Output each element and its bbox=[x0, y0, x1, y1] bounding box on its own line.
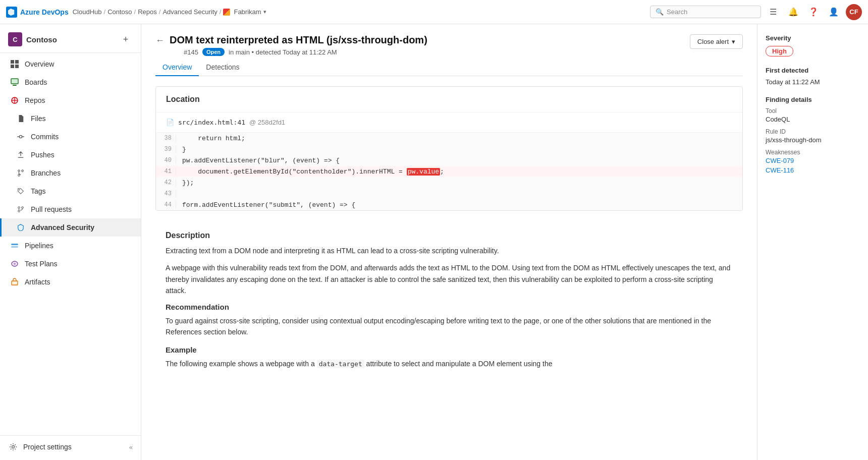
file-path-row: 📄 src/index.html:41 @ 258d2fd1 bbox=[156, 112, 742, 132]
line-code-39: } bbox=[176, 145, 192, 154]
artifacts-icon bbox=[10, 277, 20, 287]
page-subtitle: #145 Open in main • detected Today at 11… bbox=[184, 48, 427, 56]
sidebar-item-pipelines[interactable]: Pipelines bbox=[0, 237, 141, 255]
sidebar-item-pushes[interactable]: Pushes bbox=[0, 146, 141, 164]
search-placeholder: Search bbox=[667, 8, 687, 16]
breadcrumb-cloudhub[interactable]: CloudHub bbox=[73, 8, 102, 16]
description-title: Description bbox=[166, 231, 733, 240]
code-line-43: 43 bbox=[156, 188, 742, 199]
svg-rect-4 bbox=[15, 65, 19, 68]
back-button[interactable]: ← bbox=[155, 35, 165, 46]
project-settings-label: Project settings bbox=[23, 443, 72, 451]
boards-icon bbox=[10, 77, 20, 87]
finding-details-label: Finding details bbox=[766, 96, 860, 103]
sidebar-item-branches[interactable]: Branches bbox=[0, 164, 141, 182]
org-icon: C bbox=[8, 32, 22, 46]
recommendation-text: To guard against cross-site scripting, c… bbox=[166, 315, 733, 338]
location-section: Location 📄 src/index.html:41 @ 258d2fd1 … bbox=[155, 86, 743, 211]
commits-icon bbox=[16, 132, 26, 142]
desc-para-1: Extracting text from a DOM node and inte… bbox=[166, 245, 733, 256]
svg-point-14 bbox=[18, 170, 20, 172]
sidebar-item-pull-requests[interactable]: Pull requests bbox=[0, 200, 141, 218]
pushes-icon bbox=[16, 150, 26, 160]
line-code-42: }); bbox=[176, 179, 200, 187]
body-layout: C Contoso + Overview Boards Repos bbox=[0, 24, 868, 460]
sidebar-item-advanced-security[interactable]: Advanced Security bbox=[0, 218, 141, 237]
location-title: Location bbox=[156, 87, 742, 112]
sidebar-item-label: Boards bbox=[25, 78, 47, 86]
notification-icon-btn[interactable]: 🔔 bbox=[785, 4, 801, 20]
breadcrumb-sep-4: / bbox=[220, 8, 222, 16]
pipelines-icon bbox=[10, 241, 20, 251]
pull-requests-icon bbox=[16, 204, 26, 214]
azure-devops-logo[interactable]: Azure DevOps bbox=[6, 7, 69, 18]
sidebar-item-tags[interactable]: Tags bbox=[0, 182, 141, 200]
add-button[interactable]: + bbox=[119, 32, 133, 46]
search-icon: 🔍 bbox=[656, 8, 664, 16]
tab-detections[interactable]: Detections bbox=[199, 59, 246, 76]
sidebar-bottom: Project settings « bbox=[0, 435, 141, 456]
sidebar-item-test-plans[interactable]: Test Plans bbox=[0, 255, 141, 273]
sidebar-item-commits[interactable]: Commits bbox=[0, 128, 141, 146]
line-num-40: 40 bbox=[156, 156, 176, 164]
tab-overview[interactable]: Overview bbox=[155, 59, 199, 76]
page-title-block: DOM text reinterpreted as HTML (js/xss-t… bbox=[170, 34, 427, 56]
svg-rect-1 bbox=[11, 60, 14, 64]
sidebar-item-label: Pushes bbox=[31, 151, 55, 159]
severity-label: Severity bbox=[766, 34, 860, 42]
user-avatar[interactable]: CF bbox=[846, 4, 862, 20]
svg-rect-2 bbox=[15, 60, 19, 64]
sidebar-item-label: Artifacts bbox=[25, 278, 50, 286]
recommendation-title: Recommendation bbox=[166, 303, 733, 311]
line-num-38: 38 bbox=[156, 134, 176, 142]
overview-icon bbox=[10, 59, 20, 69]
breadcrumb-repos[interactable]: Repos bbox=[138, 8, 157, 16]
breadcrumb-contoso[interactable]: Contoso bbox=[107, 8, 132, 16]
svg-rect-27 bbox=[12, 281, 18, 285]
first-detected-section: First detected Today at 11:22 AM bbox=[766, 67, 860, 86]
org-name: Contoso bbox=[26, 35, 57, 44]
breadcrumb-advanced-security[interactable]: Advanced Security bbox=[162, 8, 217, 16]
desc-para-2: A webpage with this vulnerability reads … bbox=[166, 262, 733, 296]
sidebar-item-label: Branches bbox=[31, 169, 61, 177]
content-area: ← DOM text reinterpreted as HTML (js/xss… bbox=[141, 24, 757, 460]
sidebar-item-label: Repos bbox=[25, 96, 45, 104]
user-settings-icon-btn[interactable]: 👤 bbox=[826, 4, 842, 20]
file-hash: @ 258d2fd1 bbox=[249, 119, 285, 126]
breadcrumb-sep-3: / bbox=[159, 8, 161, 16]
fabrikam-icon bbox=[223, 9, 230, 16]
weakness-cwe-079[interactable]: CWE-079 bbox=[766, 157, 860, 164]
breadcrumb-sep-1: / bbox=[104, 8, 106, 16]
right-panel: Severity High First detected Today at 11… bbox=[757, 24, 868, 460]
sidebar-item-artifacts[interactable]: Artifacts bbox=[0, 273, 141, 291]
sidebar-item-overview[interactable]: Overview bbox=[0, 55, 141, 73]
line-num-42: 42 bbox=[156, 179, 176, 187]
sidebar-item-boards[interactable]: Boards bbox=[0, 73, 141, 91]
sidebar-item-label: Test Plans bbox=[25, 260, 58, 268]
help-icon-btn[interactable]: ❓ bbox=[805, 4, 822, 20]
page-header-left: ← DOM text reinterpreted as HTML (js/xss… bbox=[155, 34, 427, 56]
tabs: Overview Detections bbox=[155, 59, 743, 76]
file-icon: 📄 bbox=[166, 119, 174, 126]
search-box[interactable]: 🔍 Search bbox=[650, 6, 761, 18]
svg-point-19 bbox=[18, 207, 20, 209]
page-header: ← DOM text reinterpreted as HTML (js/xss… bbox=[155, 34, 743, 56]
code-line-38: 38 return html; bbox=[156, 133, 742, 144]
project-settings-item[interactable]: Project settings « bbox=[0, 438, 141, 456]
tags-icon bbox=[16, 186, 26, 196]
rule-id-label: Rule ID bbox=[766, 128, 860, 135]
issue-number: #145 bbox=[184, 48, 198, 56]
breadcrumb-fabrikam[interactable]: Fabrikam ▾ bbox=[223, 8, 266, 16]
weakness-cwe-116[interactable]: CWE-116 bbox=[766, 166, 860, 174]
sidebar-item-repos[interactable]: Repos bbox=[0, 91, 141, 109]
sidebar-item-label: Pull requests bbox=[31, 205, 72, 213]
close-alert-button[interactable]: Close alert ▾ bbox=[690, 34, 743, 49]
line-code-44: form.addEventListener("submit", (event) … bbox=[176, 201, 361, 209]
sidebar-item-files[interactable]: Files bbox=[0, 109, 141, 128]
list-icon-btn[interactable]: ☰ bbox=[765, 4, 781, 20]
svg-marker-0 bbox=[8, 9, 14, 16]
chevron-down-icon: ▾ bbox=[263, 9, 266, 15]
svg-point-28 bbox=[12, 446, 15, 448]
rule-id-value: js/xss-through-dom bbox=[766, 136, 860, 144]
line-num-44: 44 bbox=[156, 201, 176, 209]
